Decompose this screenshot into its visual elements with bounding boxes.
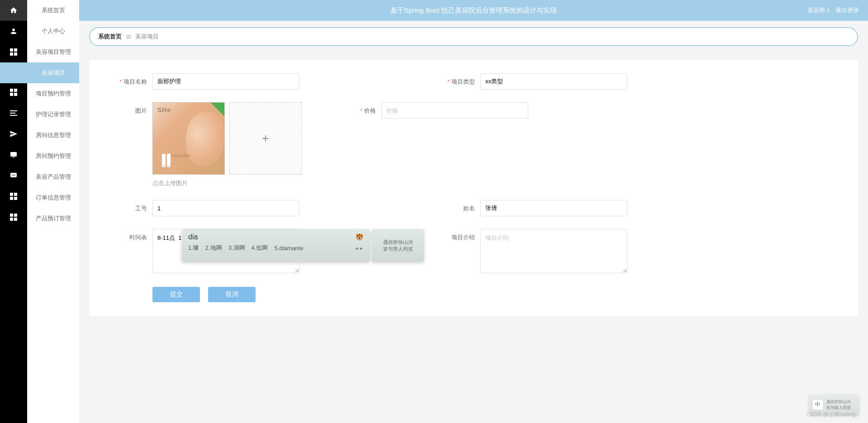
project-type-input[interactable] <box>480 73 627 90</box>
svg-rect-12 <box>12 157 15 157</box>
svg-rect-8 <box>10 110 17 111</box>
header-title: 基于Spring Boot 悦己美容院后台管理系统的设计与实现 <box>390 6 557 15</box>
ime-prev-icon[interactable]: ◂ <box>355 245 358 252</box>
ime-popup: dia 🐯 1.嗲 2.地啊 3.滴啊 4.低啊 5.diamante ◂ ▸ … <box>182 229 370 262</box>
ime-candidate-5[interactable]: 5.diamante <box>274 245 303 252</box>
svg-rect-3 <box>14 52 17 56</box>
cancel-button[interactable]: 取消 <box>208 287 256 302</box>
svg-rect-23 <box>10 218 13 221</box>
intro-textarea[interactable] <box>480 229 627 273</box>
svg-rect-9 <box>10 113 15 114</box>
svg-rect-22 <box>14 214 17 217</box>
svg-rect-5 <box>14 89 17 92</box>
monitor-icon[interactable] <box>0 144 27 165</box>
home-icon[interactable] <box>0 0 27 21</box>
svg-point-15 <box>13 175 14 176</box>
svg-rect-17 <box>10 193 13 196</box>
sidebar-item-beauty-project[interactable]: 美容项目 <box>0 62 79 83</box>
image-upload-add[interactable]: + <box>229 102 302 175</box>
image-preview[interactable]: SHe 天然护肤系列 <box>152 102 225 175</box>
sidebar-item-beauty-mgmt[interactable]: 美容项目管理 <box>27 42 79 62</box>
list-icon[interactable] <box>0 103 27 124</box>
chat-icon[interactable] <box>0 165 27 186</box>
lang-badge: 中 <box>813 400 823 409</box>
sidebar-item-room-booking[interactable]: 房间预约管理 <box>27 146 79 166</box>
intro-label: 项目介绍 <box>440 229 480 242</box>
name-input[interactable] <box>480 200 627 216</box>
svg-rect-18 <box>14 193 17 196</box>
project-name-input[interactable] <box>152 73 299 90</box>
main-area: 基于Spring Boot 悦己美容院后台管理系统的设计与实现 美容师 1 退出… <box>79 0 868 423</box>
sidebar-item-care-record[interactable]: 护理记录管理 <box>27 104 79 125</box>
price-label: *价格 <box>341 102 381 115</box>
ime-composition: dia <box>188 233 198 241</box>
svg-rect-2 <box>10 52 13 56</box>
content-area: 系统首页 美容项目 *项目名称 *项目类型 <box>79 21 868 423</box>
submit-button[interactable]: 提交 <box>152 287 200 302</box>
sidebar-item-room-info[interactable]: 房间信息管理 <box>27 125 79 146</box>
svg-rect-19 <box>10 197 13 200</box>
svg-rect-6 <box>10 93 13 96</box>
schedule-label: 时间表 <box>112 229 152 242</box>
name-label: 姓名 <box>440 200 480 213</box>
form-area: *项目名称 *项目类型 图片 <box>89 60 858 316</box>
breadcrumb-separator-icon <box>126 35 131 38</box>
svg-rect-0 <box>10 48 13 52</box>
svg-point-16 <box>14 175 15 176</box>
text-sidebar: 系统首页 个人中心 美容项目管理 美容项目 项目预约管理 护理记录管理 房间信息… <box>27 0 79 423</box>
svg-rect-20 <box>14 197 17 200</box>
send-icon[interactable] <box>0 124 27 144</box>
grid-icon-2[interactable] <box>0 82 27 103</box>
user-icon[interactable] <box>0 21 27 42</box>
project-type-label: *项目类型 <box>440 73 480 86</box>
sidebar-item-product-booking[interactable]: 产品预订管理 <box>27 208 79 229</box>
svg-point-14 <box>12 175 13 176</box>
ime-candidate-3[interactable]: 3.滴啊 <box>228 244 245 252</box>
ime-candidate-4[interactable]: 4.低啊 <box>251 244 268 252</box>
ime-candidate-2[interactable]: 2.地啊 <box>205 244 222 252</box>
ime-side-panel: 愿你所待山河 皆与挚人同览 <box>372 229 424 262</box>
worker-id-input[interactable] <box>152 200 299 216</box>
image-label: 图片 <box>112 102 152 175</box>
svg-rect-7 <box>14 93 17 96</box>
breadcrumb: 系统首页 美容项目 <box>89 27 858 46</box>
sidebar-item-appointment[interactable]: 项目预约管理 <box>27 83 79 104</box>
ime-emoji-icon[interactable]: 🐯 <box>356 233 363 241</box>
svg-rect-11 <box>10 152 17 157</box>
ime-candidate-1[interactable]: 1.嗲 <box>188 244 199 252</box>
plus-icon: + <box>262 131 269 146</box>
svg-rect-21 <box>10 214 13 217</box>
svg-rect-1 <box>14 48 17 52</box>
ime-next-icon[interactable]: ▸ <box>360 245 363 252</box>
header: 基于Spring Boot 悦己美容院后台管理系统的设计与实现 美容师 1 退出… <box>79 0 868 21</box>
logout-link[interactable]: 退出登录 <box>835 6 859 14</box>
price-input[interactable] <box>381 102 528 119</box>
svg-rect-24 <box>14 218 17 221</box>
upload-hint: 点击上传图片 <box>112 179 188 187</box>
svg-rect-10 <box>10 115 17 116</box>
breadcrumb-home[interactable]: 系统首页 <box>98 33 122 41</box>
breadcrumb-current: 美容项目 <box>135 33 159 41</box>
header-user[interactable]: 美容师 1 <box>807 6 830 14</box>
sidebar-item-product-mgmt[interactable]: 美容产品管理 <box>27 166 79 187</box>
grid-icon-1[interactable] <box>0 42 27 62</box>
project-name-label: *项目名称 <box>112 73 152 86</box>
worker-id-label: 工号 <box>112 200 152 213</box>
grid-icon-3[interactable] <box>0 186 27 207</box>
sidebar-item-home[interactable]: 系统首页 <box>27 0 79 21</box>
watermark: CSDN @小紫coding <box>806 411 855 418</box>
sidebar-item-order-info[interactable]: 订单信息管理 <box>27 187 79 208</box>
svg-rect-4 <box>10 89 13 92</box>
sidebar-item-profile[interactable]: 个人中心 <box>27 21 79 42</box>
grid-icon-4[interactable] <box>0 207 27 228</box>
